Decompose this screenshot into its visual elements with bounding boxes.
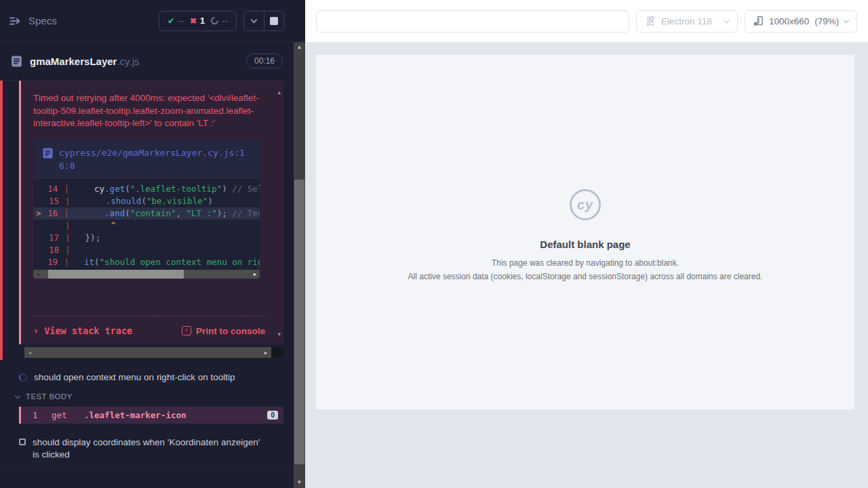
spec-header-row[interactable]: gmaMarkersLayer.cy.js 00:16: [0, 42, 294, 81]
chevron-right-icon: ›: [33, 325, 39, 336]
blank-page-line2: All active session data (cookies, localS…: [408, 272, 763, 281]
failed-x-icon: ✖: [190, 16, 197, 26]
browser-label: Electron 118: [661, 16, 712, 26]
running-spinner-icon: [19, 373, 27, 382]
collapse-all-button[interactable]: [244, 12, 264, 30]
chevron-down-icon: [15, 392, 20, 398]
scroll-down-arrow-icon[interactable]: ▼: [294, 477, 305, 488]
cypress-app: Specs ✔ -- ✖ 1 --: [0, 0, 868, 488]
code-line: 17| });: [33, 232, 260, 244]
blank-page-heading: Default blank page: [540, 239, 630, 250]
specs-toggle-button[interactable]: Specs: [9, 15, 57, 26]
command-number: 1: [33, 410, 52, 420]
spec-file-icon: [11, 56, 22, 67]
command-row-get[interactable]: 1 get .leaflet-marker-icon 0: [19, 407, 283, 424]
test-body-section-toggle[interactable]: TEST BODY: [0, 392, 294, 401]
error-scroll-up-icon[interactable]: ▴: [277, 89, 281, 96]
aut-iframe: cy Default blank page This page was clea…: [316, 55, 854, 409]
test-item-running[interactable]: should open context menu on right-click …: [0, 372, 294, 382]
test-title: should open context menu on right-click …: [34, 372, 235, 382]
reporter-panel: Specs ✔ -- ✖ 1 --: [0, 0, 294, 488]
view-stack-trace-button[interactable]: › View stack trace: [33, 325, 132, 336]
reporter-bottom-divider: [0, 470, 294, 470]
scrollbar-thumb[interactable]: [48, 270, 184, 279]
code-frame: cypress/e2e/gmaMarkersLayer.cy.js:16:8 1…: [33, 140, 260, 279]
code-line: 19| it("should open context menu on righ: [33, 256, 260, 268]
scroll-right-arrow-icon: ▸: [260, 347, 271, 358]
code-frame-horizontal-scrollbar[interactable]: ◂ ▸: [33, 270, 260, 279]
pending-square-icon: [19, 439, 26, 445]
code-line: 14| cy.get(".leaflet-tooltip") // Sele: [33, 183, 260, 195]
electron-icon: [645, 16, 656, 26]
viewport-ruler-icon: [753, 16, 764, 26]
code-line: 18|: [33, 244, 260, 256]
error-scroll-down-icon[interactable]: ▾: [277, 331, 281, 338]
viewport-zoom: (79%): [814, 16, 839, 26]
print-to-console-button[interactable]: › Print to console: [182, 326, 265, 336]
specs-label: Specs: [28, 15, 57, 26]
sidebar-toggle-icon: [9, 16, 22, 26]
failed-attempt-section: Timed out retrying after 4000ms: expecte…: [0, 81, 294, 358]
test-item-pending[interactable]: should display coordinates when 'Koordin…: [0, 436, 294, 461]
stat-failed: ✖ 1: [190, 16, 205, 26]
pending-circle-icon: [210, 16, 220, 26]
spec-duration-badge: 00:16: [246, 54, 283, 68]
test-body-label: TEST BODY: [26, 392, 73, 401]
code-frame-file-link[interactable]: cypress/e2e/gmaMarkersLayer.cy.js:16:8: [33, 140, 260, 179]
code-line: >16| .and("contain", "LT :"); // Test: [33, 207, 260, 220]
viewport-info-button[interactable]: 1000x660 (79%): [745, 10, 857, 33]
stat-pending: --: [211, 16, 228, 26]
scroll-right-arrow-icon: ▸: [250, 271, 260, 277]
error-panel: Timed out retrying after 4000ms: expecte…: [19, 81, 283, 344]
command-elements-count-badge: 0: [267, 411, 278, 420]
aut-toolbar: Electron 118 1000x660 (79%): [305, 0, 868, 42]
command-log-horizontal-scrollbar[interactable]: ◂ ▸: [24, 347, 283, 358]
code-lines: 14| cy.get(".leaflet-tooltip") // Sele15…: [33, 179, 260, 268]
stop-icon: [270, 17, 278, 25]
command-message: .leaflet-marker-icon: [84, 410, 186, 420]
code-line: 15| .should("be.visible"): [33, 195, 260, 207]
code-file-icon: [43, 148, 53, 159]
aut-area: Electron 118 1000x660 (79%): [305, 0, 868, 488]
browser-selector-button[interactable]: Electron 118: [636, 10, 738, 33]
chevron-down-icon: [844, 17, 849, 22]
blank-page-line1: This page was cleared by navigating to a…: [492, 258, 679, 268]
viewport-size: 1000x660: [769, 16, 809, 26]
scrollbar-corner: [271, 347, 283, 358]
code-line: | ^: [33, 220, 260, 232]
failed-attempt-rail: [0, 81, 3, 360]
error-message: Timed out retrying after 4000ms: expecte…: [33, 92, 265, 130]
stat-passed: ✔ --: [167, 16, 184, 26]
test-stats: ✔ -- ✖ 1 --: [159, 11, 237, 31]
command-method: get: [52, 410, 84, 420]
run-controls: [243, 11, 284, 31]
test-title: should display coordinates when 'Koordin…: [33, 436, 262, 461]
scrollbar-thumb[interactable]: [294, 180, 304, 464]
reporter-header: Specs ✔ -- ✖ 1 --: [0, 0, 294, 42]
scroll-left-arrow-icon: ◂: [33, 271, 43, 277]
scroll-up-arrow-icon[interactable]: ▲: [294, 42, 305, 53]
passed-check-icon: ✔: [167, 16, 174, 26]
spec-name: gmaMarkersLayer.cy.js: [30, 56, 139, 67]
console-icon: ›: [182, 326, 191, 336]
chevron-down-icon: [251, 16, 258, 23]
url-input[interactable]: [316, 10, 629, 33]
code-frame-filename: cypress/e2e/gmaMarkersLayer.cy.js:16:8: [59, 146, 249, 172]
error-actions: › View stack trace › Print to console: [33, 316, 265, 336]
scroll-left-arrow-icon: ◂: [24, 347, 35, 358]
reporter-vertical-scrollbar[interactable]: ▲ ▼: [294, 42, 305, 488]
cypress-logo: cy: [570, 189, 601, 220]
chevron-down-icon: [724, 17, 730, 22]
stop-run-button[interactable]: [264, 12, 283, 30]
